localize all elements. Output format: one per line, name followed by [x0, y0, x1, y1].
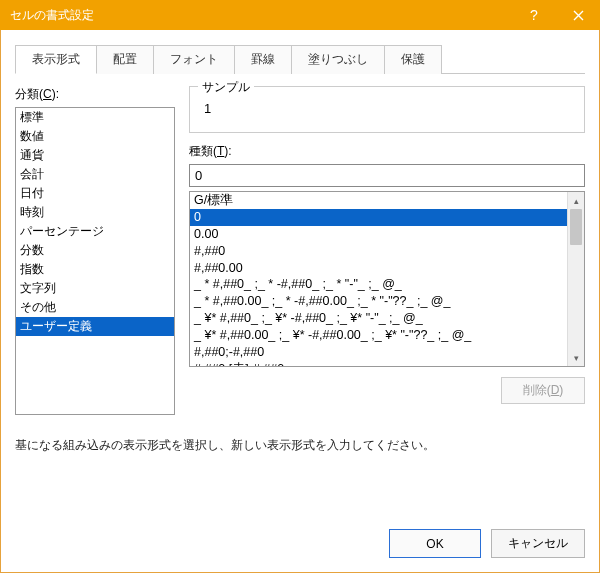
list-item[interactable]: 数値 [16, 127, 174, 146]
list-item[interactable]: パーセンテージ [16, 222, 174, 241]
tab-alignment[interactable]: 配置 [97, 45, 154, 74]
hint-text: 基になる組み込みの表示形式を選択し、新しい表示形式を入力してください。 [15, 437, 585, 454]
list-item[interactable]: 日付 [16, 184, 174, 203]
delete-row: 削除(D) [189, 377, 585, 404]
tab-number-format[interactable]: 表示形式 [15, 45, 97, 74]
tab-border[interactable]: 罫線 [235, 45, 292, 74]
list-item[interactable]: 会計 [16, 165, 174, 184]
list-item[interactable]: #,##0;-#,##0 [190, 344, 567, 361]
scroll-down-icon[interactable]: ▾ [568, 349, 584, 366]
scroll-track[interactable] [568, 209, 584, 349]
scroll-thumb[interactable] [570, 209, 582, 245]
category-listbox[interactable]: 標準 数値 通貨 会計 日付 時刻 パーセンテージ 分数 指数 文字列 その他 … [15, 107, 175, 415]
list-item[interactable]: _ * #,##0.00_ ;_ * -#,##0.00_ ;_ * "-"??… [190, 293, 567, 310]
list-item[interactable]: ユーザー定義 [16, 317, 174, 336]
tab-protection[interactable]: 保護 [385, 45, 442, 74]
tab-font[interactable]: フォント [154, 45, 235, 74]
scrollbar[interactable]: ▴ ▾ [567, 192, 584, 366]
sample-value: 1 [200, 95, 574, 118]
delete-button[interactable]: 削除(D) [501, 377, 585, 404]
tab-content: 分類(C): 標準 数値 通貨 会計 日付 時刻 パーセンテージ 分数 指数 文… [15, 74, 585, 415]
list-item[interactable]: G/標準 [190, 192, 567, 209]
list-item[interactable]: 指数 [16, 260, 174, 279]
list-item[interactable]: 文字列 [16, 279, 174, 298]
list-item[interactable]: その他 [16, 298, 174, 317]
type-input[interactable] [189, 164, 585, 187]
list-item[interactable]: 分数 [16, 241, 174, 260]
format-listbox[interactable]: G/標準 0 0.00 #,##0 #,##0.00 _ * #,##0_ ;_… [189, 191, 585, 367]
type-label: 種類(T): [189, 143, 585, 160]
category-section: 分類(C): 標準 数値 通貨 会計 日付 時刻 パーセンテージ 分数 指数 文… [15, 86, 175, 415]
titlebar: セルの書式設定 ? [0, 0, 600, 30]
list-item[interactable]: 時刻 [16, 203, 174, 222]
category-label: 分類(C): [15, 86, 175, 103]
cancel-button[interactable]: キャンセル [491, 529, 585, 558]
list-item[interactable]: 0.00 [190, 226, 567, 243]
window-body: 表示形式 配置 フォント 罫線 塗りつぶし 保護 分類(C): 標準 数値 通貨… [0, 30, 600, 573]
list-item[interactable]: 通貨 [16, 146, 174, 165]
format-list-inner: G/標準 0 0.00 #,##0 #,##0.00 _ * #,##0_ ;_… [190, 192, 567, 366]
dialog-footer: OK キャンセル [389, 529, 585, 558]
tab-bar: 表示形式 配置 フォント 罫線 塗りつぶし 保護 [15, 44, 585, 74]
list-item[interactable]: #,##0.00 [190, 260, 567, 277]
sample-label: サンプル [198, 79, 254, 96]
help-button[interactable]: ? [512, 0, 556, 30]
list-item[interactable]: 標準 [16, 108, 174, 127]
list-item[interactable]: #,##0;[赤]-#,##0 [190, 361, 567, 366]
list-item[interactable]: _ ¥* #,##0_ ;_ ¥* -#,##0_ ;_ ¥* "-"_ ;_ … [190, 310, 567, 327]
scroll-up-icon[interactable]: ▴ [568, 192, 584, 209]
sample-box: サンプル 1 [189, 86, 585, 133]
close-button[interactable] [556, 0, 600, 30]
list-item[interactable]: 0 [190, 209, 567, 226]
ok-button[interactable]: OK [389, 529, 481, 558]
list-item[interactable]: _ ¥* #,##0.00_ ;_ ¥* -#,##0.00_ ;_ ¥* "-… [190, 327, 567, 344]
details-section: サンプル 1 種類(T): G/標準 0 0.00 #,##0 #,##0.00… [189, 86, 585, 415]
list-item[interactable]: #,##0 [190, 243, 567, 260]
window-title: セルの書式設定 [10, 7, 512, 24]
tab-fill[interactable]: 塗りつぶし [292, 45, 385, 74]
close-icon [573, 10, 584, 21]
list-item[interactable]: _ * #,##0_ ;_ * -#,##0_ ;_ * "-"_ ;_ @_ [190, 276, 567, 293]
